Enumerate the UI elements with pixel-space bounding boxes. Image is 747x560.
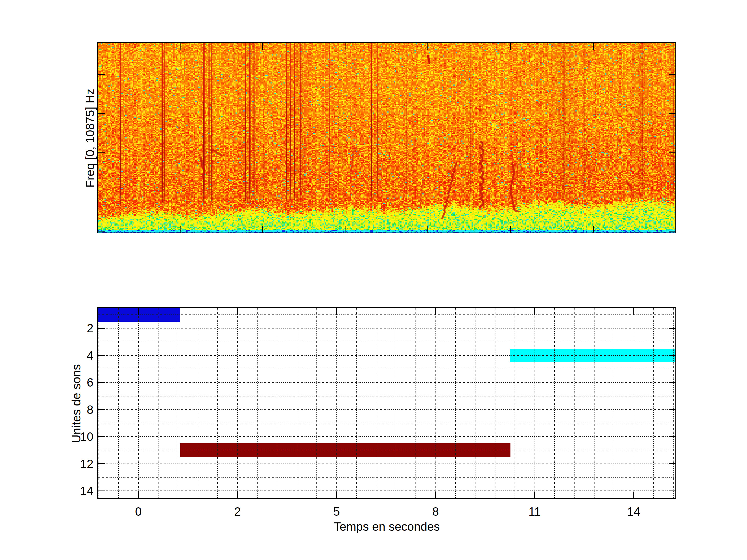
x-gridline [535, 308, 535, 498]
spec-xtick-top [262, 43, 263, 50]
y-gridline [98, 436, 675, 437]
spec-ytick-right [669, 153, 675, 153]
x-gridline [277, 308, 277, 498]
gantt-xtick-top [138, 308, 139, 315]
gantt-ytick-right [669, 463, 675, 464]
x-gridline [257, 308, 258, 498]
gantt-xtick-bottom [237, 491, 238, 498]
spec-xtick-top [510, 43, 511, 50]
gantt-ytick-left [98, 328, 105, 329]
gantt-ytick-right [669, 490, 675, 491]
x-gridline [673, 308, 674, 498]
gantt-xtick-label: 8 [417, 505, 454, 518]
spec-ytick-right [669, 192, 675, 192]
x-gridline [515, 308, 515, 498]
gantt-xtick-top [336, 308, 337, 315]
spec-xtick-bottom [510, 226, 511, 233]
gantt-ytick-right [669, 382, 675, 383]
spec-ytick-right [669, 113, 675, 114]
x-gridline [455, 308, 456, 498]
x-gridline [475, 308, 475, 498]
x-gridline [99, 308, 99, 498]
gantt-ytick-left [98, 409, 105, 410]
spec-xtick-bottom [593, 226, 594, 233]
spec-ytick-right [669, 74, 675, 75]
spec-ytick-left [98, 192, 105, 192]
spec-xtick-bottom [345, 226, 345, 233]
x-gridline [495, 308, 495, 498]
x-gridline [198, 308, 198, 498]
x-gridline [217, 308, 218, 498]
spec-xtick-bottom [262, 226, 263, 233]
gantt-xtick-label: 2 [220, 505, 256, 518]
y-gridline [98, 342, 675, 342]
gantt-xtick-label: 0 [120, 505, 157, 518]
gantt-xtick-bottom [534, 491, 535, 498]
y-gridline [98, 409, 675, 410]
gantt-xtick-label: 5 [318, 505, 355, 518]
y-gridline [98, 423, 675, 423]
gantt-ytick-left [98, 463, 105, 464]
gantt-xtick-label: 14 [616, 505, 652, 518]
x-gridline [118, 308, 119, 498]
gantt-xtick-top [237, 308, 238, 315]
gantt-plot: 025811142468101214 [97, 307, 676, 499]
gantt-ytick-right [669, 355, 675, 356]
x-gridline [138, 308, 139, 498]
spec-xtick-top [428, 43, 428, 50]
x-gridline [376, 308, 376, 498]
spec-ytick-left [98, 74, 105, 75]
gantt-ylabel: Unites de sons [70, 326, 83, 481]
spectrogram-plot [97, 42, 676, 233]
gantt-ytick-label: 14 [70, 484, 93, 498]
x-gridline [396, 308, 396, 498]
x-gridline [316, 308, 317, 498]
spectrogram-ylabel: Freq [0, 10875] Hz [83, 60, 97, 216]
y-gridline [98, 315, 675, 315]
spec-xtick-top [345, 43, 345, 50]
spectrogram-canvas [98, 43, 675, 233]
gantt-ytick-right [669, 409, 675, 410]
gantt-xtick-top [534, 308, 535, 315]
y-gridline [98, 490, 675, 491]
x-gridline [297, 308, 297, 498]
x-gridline [574, 308, 574, 498]
y-gridline [98, 477, 675, 478]
spec-xtick-top [593, 43, 594, 50]
y-gridline [98, 450, 675, 450]
spec-ytick-right [669, 231, 675, 232]
gantt-ytick-left [98, 355, 105, 356]
spec-ytick-left [98, 153, 105, 153]
x-gridline [356, 308, 357, 498]
gantt-ytick-right [669, 328, 675, 329]
y-gridline [98, 369, 675, 369]
gantt-xlabel: Temps en secondes [309, 520, 465, 533]
y-gridline [98, 396, 675, 396]
x-gridline [653, 308, 654, 498]
gantt-ytick-left [98, 436, 105, 437]
spec-xtick-bottom [428, 226, 428, 233]
y-gridline [98, 463, 675, 464]
gantt-xtick-bottom [138, 491, 139, 498]
gantt-ytick-left [98, 490, 105, 491]
gantt-xtick-bottom [435, 491, 436, 498]
x-gridline [436, 308, 436, 498]
x-gridline [634, 308, 634, 498]
y-gridline [98, 355, 675, 356]
gantt-ytick-left [98, 382, 105, 383]
x-gridline [554, 308, 555, 498]
gantt-xtick-bottom [634, 491, 634, 498]
gantt-xtick-top [634, 308, 634, 315]
y-gridline [98, 328, 675, 328]
x-gridline [158, 308, 158, 498]
spec-xtick-bottom [180, 226, 181, 233]
x-gridline [178, 308, 178, 498]
x-gridline [614, 308, 614, 498]
x-gridline [237, 308, 238, 498]
x-gridline [594, 308, 594, 498]
x-gridline [415, 308, 416, 498]
spec-ytick-left [98, 113, 105, 114]
gantt-xtick-top [435, 308, 436, 315]
gantt-ytick-right [669, 436, 675, 437]
spec-xtick-top [180, 43, 181, 50]
